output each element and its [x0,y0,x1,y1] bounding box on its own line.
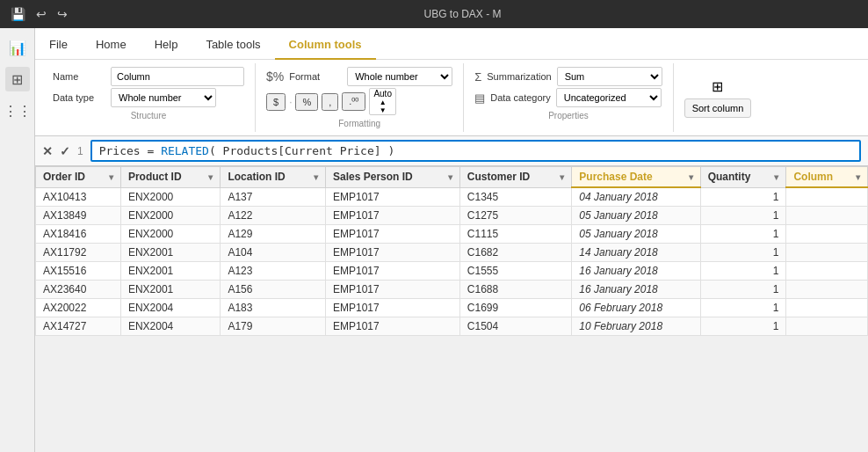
table-cell[interactable]: 1 [700,225,786,244]
table-cell[interactable] [786,225,868,244]
table-cell[interactable]: A183 [221,299,326,317]
table-cell[interactable]: EMP1017 [326,207,460,225]
table-cell[interactable]: C1699 [459,299,571,317]
table-cell[interactable]: C1688 [459,281,571,299]
col-dropdown-column[interactable]: ▾ [856,172,860,182]
table-cell[interactable]: ENX2000 [120,187,220,207]
table-cell[interactable] [786,207,868,225]
table-cell[interactable] [786,317,868,336]
table-cell[interactable]: A137 [221,187,326,207]
col-header-product-id[interactable]: Product ID ▾ [120,167,220,188]
dollar-btn[interactable]: $ [266,93,286,111]
col-header-location-id[interactable]: Location ID ▾ [221,167,326,188]
table-cell[interactable] [786,244,868,262]
table-cell[interactable] [786,262,868,281]
table-cell[interactable]: AX13849 [36,207,121,225]
save-icon[interactable]: 💾 [11,7,25,21]
table-cell[interactable]: EMP1017 [326,281,460,299]
table-cell[interactable]: EMP1017 [326,244,460,262]
table-cell[interactable] [786,187,868,207]
table-cell[interactable]: EMP1017 [326,262,460,281]
col-dropdown-sales-person-id[interactable]: ▾ [448,172,452,182]
table-cell[interactable]: C1345 [459,187,571,207]
comma-btn[interactable]: , [322,93,338,111]
summarization-select[interactable]: Sum [557,67,662,86]
table-cell[interactable]: A129 [221,225,326,244]
table-cell[interactable]: 1 [700,317,786,336]
table-cell[interactable]: 1 [700,207,786,225]
table-cell[interactable]: ENX2000 [120,225,220,244]
table-cell[interactable]: C1275 [459,207,571,225]
table-cell[interactable]: 1 [700,299,786,317]
col-header-customer-id[interactable]: Customer ID ▾ [459,167,571,188]
table-cell[interactable]: EMP1017 [326,317,460,336]
table-cell[interactable] [786,299,868,317]
table-cell[interactable]: ENX2004 [120,299,220,317]
col-dropdown-customer-id[interactable]: ▾ [560,172,564,182]
decimals-btn[interactable]: .⁰⁰ [342,92,365,111]
table-cell[interactable]: 1 [700,244,786,262]
col-dropdown-quantity[interactable]: ▾ [774,172,778,182]
decrement-icon[interactable]: ▼ [380,106,387,114]
col-header-sales-person-id[interactable]: Sales Person ID ▾ [326,167,460,188]
undo-icon[interactable]: ↩ [36,7,47,21]
formula-input[interactable]: Prices = RELATED( Products[Current Price… [90,140,861,162]
col-dropdown-location-id[interactable]: ▾ [314,172,318,182]
table-cell[interactable]: 14 January 2018 [572,244,700,262]
table-cell[interactable]: C1504 [459,317,571,336]
table-cell[interactable]: 05 January 2018 [572,207,700,225]
formula-confirm-btn[interactable]: ✓ [60,144,70,158]
tab-table-tools[interactable]: Table tools [192,31,274,60]
col-header-purchase-date[interactable]: Purchase Date ▾ [572,167,700,188]
table-cell[interactable]: AX23640 [36,281,121,299]
table-cell[interactable]: 1 [700,281,786,299]
data-category-select[interactable]: Uncategorized [556,88,662,107]
table-cell[interactable]: EMP1017 [326,225,460,244]
table-cell[interactable]: AX10413 [36,187,121,207]
table-cell[interactable]: 04 January 2018 [572,187,700,207]
tab-file[interactable]: File [35,31,82,60]
table-cell[interactable]: 06 February 2018 [572,299,700,317]
col-header-column[interactable]: Column ▾ [786,167,868,188]
table-cell[interactable]: EMP1017 [326,187,460,207]
table-cell[interactable]: C1555 [459,262,571,281]
table-cell[interactable]: AX14727 [36,317,121,336]
increment-icon[interactable]: ▲ [380,98,387,106]
col-header-order-id[interactable]: Order ID ▾ [36,167,121,188]
table-cell[interactable]: ENX2000 [120,207,220,225]
table-cell[interactable]: A156 [221,281,326,299]
table-cell[interactable]: AX11792 [36,244,121,262]
tab-home[interactable]: Home [82,31,141,60]
col-dropdown-purchase-date[interactable]: ▾ [689,172,693,182]
sort-column-btn[interactable]: Sort column [684,98,752,118]
format-select[interactable]: Whole number [347,67,452,86]
data-type-select[interactable]: Whole number [111,88,216,107]
table-cell[interactable]: EMP1017 [326,299,460,317]
table-cell[interactable] [786,281,868,299]
table-cell[interactable]: AX18416 [36,225,121,244]
table-cell[interactable]: 1 [700,187,786,207]
table-cell[interactable]: A123 [221,262,326,281]
name-input[interactable] [111,67,244,86]
table-cell[interactable]: ENX2001 [120,281,220,299]
tab-help[interactable]: Help [141,31,192,60]
table-cell[interactable]: 16 January 2018 [572,262,700,281]
table-cell[interactable]: 16 January 2018 [572,281,700,299]
table-cell[interactable]: ENX2004 [120,317,220,336]
table-cell[interactable]: AX15516 [36,262,121,281]
table-cell[interactable]: A104 [221,244,326,262]
table-cell[interactable]: AX20022 [36,299,121,317]
table-cell[interactable]: 10 February 2018 [572,317,700,336]
col-header-quantity[interactable]: Quantity ▾ [700,167,786,188]
table-cell[interactable]: C1115 [459,225,571,244]
col-dropdown-order-id[interactable]: ▾ [109,172,113,182]
table-cell[interactable]: ENX2001 [120,244,220,262]
table-cell[interactable]: ENX2001 [120,262,220,281]
tab-column-tools[interactable]: Column tools [275,31,376,60]
col-dropdown-product-id[interactable]: ▾ [208,172,213,182]
percent-btn[interactable]: % [295,93,318,111]
sidebar-icon-chart[interactable]: 📊 [5,35,30,60]
formula-cancel-btn[interactable]: ✕ [42,144,53,158]
table-cell[interactable]: 05 January 2018 [572,225,700,244]
sidebar-icon-table[interactable]: ⊞ [5,67,30,91]
